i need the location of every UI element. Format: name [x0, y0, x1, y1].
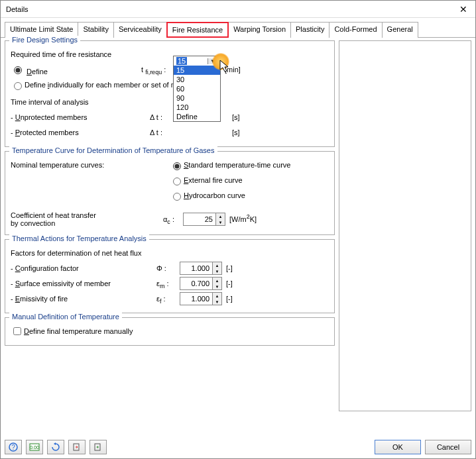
eps-f-value-box[interactable]: ▲▼: [180, 292, 222, 305]
radio-std-curve[interactable]: [173, 162, 181, 170]
dropdown-opt-30[interactable]: 30: [174, 75, 220, 84]
unprotected-label: - Unprotected members: [11, 113, 150, 121]
tab-fire-resistance[interactable]: Fire Resistance: [166, 22, 229, 38]
alpha-value-box[interactable]: ▲▼: [183, 213, 225, 226]
radio-hydrocarbon-curve[interactable]: [173, 193, 181, 201]
eps-m-unit: [-]: [226, 280, 233, 287]
eps-f-symbol: εf :: [156, 295, 180, 303]
eps-f-input[interactable]: [180, 295, 212, 303]
tab-general[interactable]: General: [382, 22, 418, 38]
coef-label: Coefficient of heat transfer by convecti…: [11, 211, 163, 227]
chevron-down-icon[interactable]: ▼: [208, 58, 217, 64]
spin-up-icon[interactable]: ▲: [213, 278, 221, 283]
dropdown-opt-15[interactable]: 15: [174, 66, 220, 75]
radio-external-curve[interactable]: [173, 178, 181, 185]
radio-define[interactable]: [14, 66, 22, 74]
tfi-symbol: t fi,requ :: [141, 66, 173, 74]
group-title-tempcurve: Temperature Curve for Determination of T…: [9, 146, 217, 154]
dt-symbol-1: Δ t :: [150, 113, 170, 121]
units-icon[interactable]: 0.00: [26, 440, 43, 454]
radio-external-curve-label: External fire curve: [184, 176, 243, 184]
footer: ? 0.00 OK Cancel: [5, 440, 471, 454]
alpha-symbol: αc :: [163, 215, 183, 223]
tab-serviceability[interactable]: Serviceability: [113, 22, 167, 38]
cancel-button[interactable]: Cancel: [425, 440, 471, 454]
ok-button[interactable]: OK: [375, 440, 421, 454]
close-icon[interactable]: ✕: [457, 4, 470, 15]
radio-define-individually[interactable]: [14, 82, 22, 90]
surface-em-label: - Surface emissivity of member: [11, 280, 156, 287]
dt-unit-2: [s]: [232, 128, 240, 136]
spin-down-icon[interactable]: ▼: [216, 219, 225, 225]
radio-define-label: Define: [27, 68, 48, 76]
tab-stability[interactable]: Stability: [78, 22, 114, 38]
eps-m-value-box[interactable]: ▲▼: [180, 277, 222, 290]
time-interval-label: Time interval of analysis: [11, 98, 89, 106]
preview-panel: [339, 40, 471, 411]
dt-symbol-2: Δ t :: [150, 128, 170, 136]
group-manual-definition: Manual Definition of Temperature Define …: [5, 317, 335, 346]
phi-unit: [-]: [226, 264, 233, 272]
help-icon[interactable]: ?: [5, 440, 22, 454]
group-thermal-actions: Thermal Actions for Temperature Analysis…: [5, 239, 335, 313]
tfi-unit: [min]: [225, 66, 241, 74]
checkbox-define-final-temp[interactable]: [13, 327, 21, 335]
tab-warping-torsion[interactable]: Warping Torsion: [228, 22, 291, 38]
group-title-fire: Fire Design Settings: [9, 36, 80, 44]
group-title-thermal: Thermal Actions for Temperature Analysis: [9, 234, 149, 242]
svg-text:0.00: 0.00: [30, 445, 39, 450]
tab-bar: Ultimate Limit State Stability Serviceab…: [1, 18, 475, 38]
eps-m-symbol: εm :: [156, 280, 180, 287]
eps-f-unit: [-]: [226, 295, 233, 303]
dropdown-opt-60[interactable]: 60: [174, 84, 220, 93]
spin-down-icon[interactable]: ▼: [213, 299, 221, 305]
group-temperature-curve: Temperature Curve for Determination of T…: [5, 151, 335, 235]
spin-up-icon[interactable]: ▲: [213, 262, 221, 268]
phi-symbol: Φ :: [156, 264, 180, 272]
tab-cold-formed[interactable]: Cold-Formed: [329, 22, 382, 38]
checkbox-define-final-temp-label: Define final temperature manually: [24, 327, 133, 335]
svg-text:?: ?: [11, 444, 15, 451]
radio-std-curve-label: Standard temperature-time curve: [184, 161, 290, 169]
spin-down-icon[interactable]: ▼: [213, 283, 221, 289]
spin-down-icon[interactable]: ▼: [213, 268, 221, 274]
tab-plasticity[interactable]: Plasticity: [290, 22, 329, 38]
phi-input[interactable]: [180, 264, 212, 272]
save-profile-icon[interactable]: [89, 440, 107, 454]
alpha-unit: [W/m2K]: [229, 215, 257, 223]
dropdown-opt-define[interactable]: Define: [174, 112, 220, 121]
dropdown-opt-90[interactable]: 90: [174, 93, 220, 103]
tfi-dropdown[interactable]: 15 ▼ 15 30 60 90 120 Define: [173, 56, 221, 122]
required-time-label: Required time of fire resistance: [11, 50, 111, 58]
spin-up-icon[interactable]: ▲: [216, 213, 225, 219]
dropdown-opt-120[interactable]: 120: [174, 103, 220, 112]
factors-label: Factors for determination of net heat fl…: [11, 249, 142, 257]
reset-icon[interactable]: [47, 440, 64, 454]
load-profile-icon[interactable]: [68, 440, 86, 454]
fire-em-label: - Emissivity of fire: [11, 295, 156, 303]
alpha-input[interactable]: [184, 215, 215, 223]
dt-unit-1: [s]: [232, 113, 240, 121]
group-title-manual: Manual Definition of Temperature: [9, 313, 122, 321]
nominal-curves-label: Nominal temperature curves:: [11, 161, 170, 169]
group-fire-design-settings: Fire Design Settings Required time of fi…: [5, 40, 335, 147]
spin-up-icon[interactable]: ▲: [213, 293, 221, 299]
phi-value-box[interactable]: ▲▼: [180, 262, 222, 275]
eps-m-input[interactable]: [180, 280, 212, 287]
radio-hydrocarbon-curve-label: Hydrocarbon curve: [184, 191, 245, 199]
tfi-selected-value: 15: [176, 57, 187, 65]
protected-label: - Protected members: [11, 128, 150, 136]
titlebar: Details ✕: [1, 1, 475, 18]
window-title: Details: [6, 5, 29, 13]
config-factor-label: - Configuration factor: [11, 264, 156, 272]
